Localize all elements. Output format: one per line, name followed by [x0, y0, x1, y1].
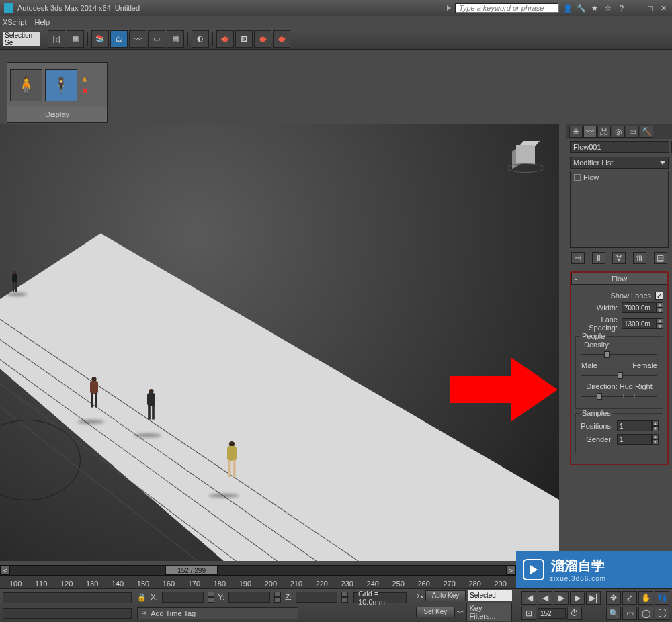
- tools-icon[interactable]: 🔧: [577, 3, 586, 13]
- play-button[interactable]: ▶: [554, 591, 569, 605]
- positions-input[interactable]: [617, 420, 652, 431]
- display-tab[interactable]: ▭: [626, 126, 639, 138]
- binoculars-icon[interactable]: 👤: [563, 3, 573, 13]
- pan-view-icon[interactable]: ✥: [606, 591, 621, 605]
- schematic-icon[interactable]: ▭: [148, 30, 165, 48]
- spin-up-icon[interactable]: [274, 592, 281, 597]
- z-input[interactable]: [296, 592, 337, 603]
- time-slider-track[interactable]: < 152 / 299 >: [0, 565, 516, 576]
- create-tab[interactable]: ✳: [569, 126, 583, 138]
- direction-slider[interactable]: [581, 392, 657, 400]
- auto-key-button[interactable]: Auto Key: [425, 590, 466, 601]
- gender-slider[interactable]: [581, 371, 657, 380]
- display-floater[interactable]: 🧍 🕴 🧍 ✖ Display: [7, 62, 108, 123]
- stack-item[interactable]: Flow: [574, 173, 665, 181]
- next-frame-button[interactable]: ▶: [570, 591, 585, 605]
- set-key-button[interactable]: Set Key: [416, 607, 455, 617]
- spin-down-icon[interactable]: [208, 597, 214, 603]
- lane-spacing-input[interactable]: [622, 318, 657, 329]
- render-production-icon[interactable]: 🫖: [273, 30, 290, 48]
- render-setup-icon[interactable]: 🫖: [216, 30, 234, 48]
- key-mode-toggle[interactable]: ⊡: [521, 607, 536, 620]
- spin-down-icon[interactable]: ▼: [652, 439, 659, 445]
- spin-down-icon[interactable]: [341, 597, 348, 603]
- delete-icon[interactable]: ✖: [80, 86, 89, 95]
- star-icon[interactable]: ★: [590, 3, 599, 13]
- flow-rollout-header[interactable]: - Flow: [571, 273, 667, 285]
- y-input[interactable]: [228, 592, 270, 603]
- current-frame-input[interactable]: [538, 608, 566, 619]
- align-icon[interactable]: ▦: [67, 30, 84, 48]
- mirror-icon[interactable]: |↕|: [48, 30, 65, 48]
- dope-sheet-icon[interactable]: ▤: [167, 30, 184, 48]
- spin-up-icon[interactable]: ▲: [657, 318, 663, 324]
- zoom-icon[interactable]: 🔍: [606, 607, 621, 620]
- prev-frame-button[interactable]: <: [1, 566, 10, 575]
- show-lanes-checkbox[interactable]: ✓: [655, 292, 663, 300]
- show-end-result-icon[interactable]: Ⅱ: [592, 252, 605, 264]
- material-editor-icon[interactable]: ◐: [192, 30, 209, 48]
- modify-tab[interactable]: 〰: [583, 126, 597, 138]
- time-ruler[interactable]: 1001101201301401501601701801902002102202…: [0, 576, 516, 588]
- gender-input[interactable]: [617, 434, 652, 445]
- walk-icon[interactable]: 👣: [655, 591, 669, 605]
- width-input[interactable]: [622, 302, 657, 313]
- selection-set-dropdown[interactable]: Selection Se: [3, 32, 40, 46]
- layer-manager-icon[interactable]: 🗂: [110, 30, 128, 48]
- favorite-icon[interactable]: ☆: [603, 3, 613, 13]
- spin-down-icon[interactable]: ▼: [657, 324, 663, 329]
- zoom-extents-icon[interactable]: ⤢: [622, 591, 637, 605]
- character-type-b-icon[interactable]: 🕴: [45, 69, 77, 101]
- motion-tab[interactable]: ◎: [612, 126, 625, 138]
- script-listener[interactable]: [3, 592, 132, 603]
- hand-icon[interactable]: ✋: [638, 591, 653, 605]
- prev-frame-button[interactable]: ◀: [538, 591, 552, 605]
- fov-icon[interactable]: ▭: [622, 607, 637, 620]
- key-filter-selected[interactable]: Selected: [468, 590, 512, 601]
- render-frame-icon[interactable]: 🖼: [235, 30, 253, 48]
- modifier-stack[interactable]: Flow: [570, 171, 669, 248]
- goto-end-button[interactable]: ▶|: [586, 591, 601, 605]
- perspective-viewport[interactable]: [0, 124, 559, 561]
- menu-help[interactable]: Help: [34, 18, 50, 26]
- restore-button[interactable]: ◻: [645, 3, 655, 13]
- menu-maxscript[interactable]: XScript: [3, 18, 26, 26]
- time-slider-knob[interactable]: 152 / 299: [165, 566, 218, 575]
- goto-start-button[interactable]: |◀: [521, 591, 536, 605]
- spin-down-icon[interactable]: [274, 597, 281, 603]
- key-mode-icon[interactable]: 〰: [457, 608, 464, 616]
- curve-editor-icon[interactable]: 〰: [129, 30, 146, 48]
- orbit-icon[interactable]: ◯: [638, 607, 653, 620]
- render-icon[interactable]: 🫖: [254, 30, 271, 48]
- maximize-viewport-icon[interactable]: ⛶: [655, 607, 669, 620]
- minimize-button[interactable]: —: [632, 3, 641, 13]
- viewcube-ring[interactable]: [507, 163, 544, 173]
- help-icon[interactable]: ?: [617, 3, 626, 13]
- add-time-tag[interactable]: 🏳 Add Time Tag: [137, 607, 298, 619]
- spin-up-icon[interactable]: [208, 592, 214, 597]
- utilities-tab[interactable]: 🔨: [640, 126, 653, 138]
- stack-toggle-icon[interactable]: [574, 174, 581, 181]
- spin-up-icon[interactable]: [341, 592, 348, 597]
- character-type-a-icon[interactable]: 🧍: [10, 69, 42, 101]
- help-search-input[interactable]: [455, 3, 559, 13]
- pin-stack-icon[interactable]: ⊣: [571, 252, 585, 264]
- lock-icon[interactable]: 🔒: [137, 592, 146, 602]
- character-small-icon[interactable]: 🧍: [80, 75, 89, 85]
- spin-down-icon[interactable]: ▼: [652, 426, 659, 431]
- spin-down-icon[interactable]: ▼: [657, 308, 663, 313]
- close-button[interactable]: ✕: [659, 3, 668, 13]
- hierarchy-tab[interactable]: 品: [597, 126, 611, 138]
- spin-up-icon[interactable]: ▲: [657, 302, 663, 308]
- configure-sets-icon[interactable]: ▤: [654, 252, 667, 264]
- remove-modifier-icon[interactable]: 🗑: [633, 252, 646, 264]
- object-name-input[interactable]: [570, 141, 669, 153]
- density-slider[interactable]: [581, 351, 657, 359]
- layers-icon[interactable]: 📚: [91, 30, 109, 48]
- key-lock-icon[interactable]: 🗝: [416, 592, 423, 600]
- make-unique-icon[interactable]: ∀: [612, 252, 626, 264]
- x-input[interactable]: [162, 592, 204, 603]
- next-frame-button[interactable]: >: [506, 566, 515, 575]
- time-config-button[interactable]: ⏱: [567, 607, 582, 620]
- modifier-list-dropdown[interactable]: Modifier List: [570, 157, 669, 169]
